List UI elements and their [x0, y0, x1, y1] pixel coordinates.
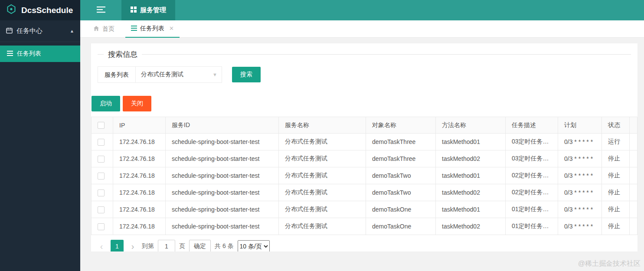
cell-service-id: schedule-spring-boot-starter-test [166, 201, 279, 218]
table-row: 172.24.76.18 schedule-spring-boot-starte… [92, 167, 637, 184]
cell-plan: 0/3 * * * * * [558, 184, 602, 201]
page-tabs-bar: 首页 任务列表 ✕ [80, 20, 644, 38]
col-header-overflow [630, 117, 637, 134]
cell-task-desc: 02定时任务… [506, 167, 558, 184]
pagination-bar: ‹ 1 › 到第 页 确定 共 6 条 10 条/页 [96, 239, 637, 251]
row-checkbox[interactable] [98, 173, 105, 180]
content-area: 搜索信息 服务列表 分布式任务测试 ▼ 搜索 启动 关闭 [80, 38, 644, 271]
col-header-service-name: 服务名称 [279, 117, 366, 134]
cell-service-name: 分布式任务测试 [279, 134, 366, 150]
cell-plan: 0/3 * * * * * [558, 150, 602, 167]
row-checkbox-cell [92, 218, 113, 235]
cell-task-desc: 03定时任务… [506, 134, 558, 150]
cell-ip: 172.24.76.18 [113, 218, 166, 235]
row-checkbox[interactable] [98, 189, 105, 196]
cell-task-desc: 02定时任务… [506, 184, 558, 201]
cell-task-desc: 01定时任务… [506, 201, 558, 218]
page-number-button[interactable]: 1 [111, 240, 124, 251]
goto-confirm-button[interactable]: 确定 [189, 240, 211, 251]
cell-service-name: 分布式任务测试 [279, 218, 366, 235]
row-checkbox-cell [92, 167, 113, 184]
calendar-icon [6, 27, 13, 35]
tab-task-list-label: 任务列表 [140, 25, 164, 33]
cell-method-name: taskMethod02 [436, 150, 506, 167]
service-management-icon [131, 7, 137, 14]
row-checkbox-cell [92, 184, 113, 201]
cell-ip: 172.24.76.18 [113, 184, 166, 201]
search-legend: 搜索信息 [104, 49, 142, 59]
tab-home-label: 首页 [102, 25, 114, 33]
cell-method-name: taskMethod01 [436, 201, 506, 218]
goto-page-input[interactable] [158, 240, 175, 251]
cell-service-id: schedule-spring-boot-starter-test [166, 150, 279, 167]
cell-object-name: demoTaskOne [366, 218, 436, 235]
sidebar-group-task-center[interactable]: 任务中心 ▲ [0, 20, 80, 42]
sidebar-toggle-button[interactable] [80, 0, 121, 20]
col-header-service-id: 服务ID [166, 117, 279, 134]
tab-list-icon [131, 25, 137, 32]
service-select[interactable]: 分布式任务测试 ▼ [135, 66, 222, 83]
cell-plan: 0/3 * * * * * [558, 201, 602, 218]
cell-overflow [630, 167, 637, 184]
cell-overflow [630, 150, 637, 167]
table-row: 172.24.76.18 schedule-spring-boot-starte… [92, 134, 637, 150]
cell-ip: 172.24.76.18 [113, 134, 166, 150]
top-bar: DcsSchedule 服务管理 [0, 0, 644, 20]
row-checkbox[interactable] [98, 139, 105, 146]
chevron-down-icon: ▼ [212, 72, 217, 77]
service-list-label: 服务列表 [98, 66, 136, 83]
table-row: 172.24.76.18 schedule-spring-boot-starte… [92, 150, 637, 167]
cell-overflow [630, 218, 637, 235]
sidebar-item-task-list[interactable]: 任务列表 [0, 46, 80, 62]
cell-status: 停止 [602, 150, 630, 167]
row-checkbox-cell [92, 201, 113, 218]
hamburger-icon [97, 6, 105, 15]
cell-status: 停止 [602, 167, 630, 184]
cell-status: 停止 [602, 218, 630, 235]
tab-home[interactable]: 首页 [93, 25, 114, 33]
cell-object-name: demoTaskTwo [366, 167, 436, 184]
brand-logo-icon [6, 3, 17, 17]
prev-page-button[interactable]: ‹ [96, 240, 107, 251]
next-page-button[interactable]: › [127, 240, 138, 251]
goto-suffix: 页 [179, 242, 185, 250]
action-button-row: 启动 关闭 [92, 96, 637, 111]
cell-service-name: 分布式任务测试 [279, 184, 366, 201]
search-button[interactable]: 搜索 [232, 67, 261, 82]
select-all-checkbox[interactable] [98, 122, 105, 129]
cell-ip: 172.24.76.18 [113, 150, 166, 167]
col-header-object-name: 对象名称 [366, 117, 436, 134]
cell-plan: 0/3 * * * * * [558, 218, 602, 235]
tab-close-icon[interactable]: ✕ [169, 25, 174, 32]
topnav-item-service-management[interactable]: 服务管理 [121, 0, 175, 20]
cell-task-desc: 03定时任务… [506, 150, 558, 167]
cell-plan: 0/3 * * * * * [558, 134, 602, 150]
cell-method-name: taskMethod01 [436, 167, 506, 184]
row-checkbox[interactable] [98, 223, 105, 230]
cell-plan: 0/3 * * * * * [558, 167, 602, 184]
cell-status: 停止 [602, 184, 630, 201]
cell-service-name: 分布式任务测试 [279, 150, 366, 167]
table-row: 172.24.76.18 schedule-spring-boot-starte… [92, 201, 637, 218]
page-size-select[interactable]: 10 条/页 [238, 240, 270, 251]
tab-task-list[interactable]: 任务列表 ✕ [125, 20, 180, 38]
topnav-item-label: 服务管理 [140, 6, 166, 14]
cell-method-name: taskMethod02 [436, 218, 506, 235]
cell-service-id: schedule-spring-boot-starter-test [166, 218, 279, 235]
col-header-status: 状态 [602, 117, 630, 134]
chevron-up-icon: ▲ [70, 29, 74, 33]
sidebar: 任务中心 ▲ 任务列表 [0, 20, 80, 271]
cell-overflow [630, 184, 637, 201]
search-form-row: 服务列表 分布式任务测试 ▼ 搜索 [98, 66, 637, 83]
cell-object-name: demoTaskThree [366, 134, 436, 150]
table-row: 172.24.76.18 schedule-spring-boot-starte… [92, 218, 637, 235]
sidebar-item-label: 任务列表 [17, 50, 41, 58]
task-table: IP 服务ID 服务名称 对象名称 方法名称 任务描述 计划 状态 [91, 117, 637, 235]
main-area: 首页 任务列表 ✕ 搜索信息 服务列表 分布式任务测试 [80, 20, 644, 271]
row-checkbox[interactable] [98, 156, 105, 163]
start-button[interactable]: 启动 [92, 96, 120, 111]
row-checkbox[interactable] [98, 206, 105, 213]
close-button[interactable]: 关闭 [123, 96, 151, 111]
search-fieldset: 搜索信息 [98, 49, 631, 59]
cell-service-name: 分布式任务测试 [279, 167, 366, 184]
